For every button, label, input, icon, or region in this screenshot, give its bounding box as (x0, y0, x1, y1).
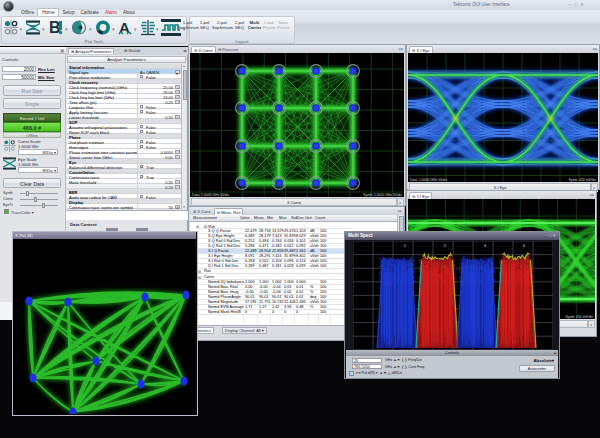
svg-text:B: B (49, 19, 61, 36)
